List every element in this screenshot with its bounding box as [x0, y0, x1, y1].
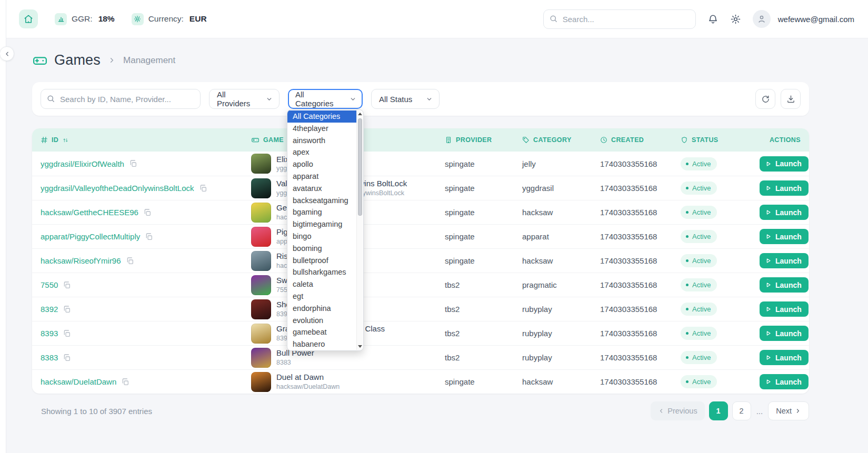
- game-id-link[interactable]: yggdrasil/ValleyoftheDeadOnlywinsBoltLoc…: [41, 184, 194, 193]
- launch-button[interactable]: Launch: [760, 326, 809, 341]
- copy-icon[interactable]: [143, 208, 152, 217]
- launch-button[interactable]: Launch: [760, 374, 809, 389]
- launch-button[interactable]: Launch: [760, 350, 809, 365]
- dropdown-scrollbar[interactable]: [356, 110, 363, 350]
- launch-button[interactable]: Launch: [760, 229, 809, 244]
- notifications-bell-icon[interactable]: [707, 14, 719, 25]
- category-option[interactable]: bullsharkgames: [287, 266, 357, 278]
- ggr-label: GGR:: [72, 14, 93, 24]
- category-option[interactable]: bigtimegaming: [287, 218, 357, 230]
- game-id-link[interactable]: hacksaw/DuelatDawn: [41, 377, 116, 386]
- pagination: Previous 12 ... Next: [651, 401, 809, 420]
- launch-button[interactable]: Launch: [760, 205, 809, 220]
- sidebar-collapse-button[interactable]: [0, 46, 14, 61]
- next-page-button[interactable]: Next: [768, 401, 809, 420]
- home-icon: [24, 14, 33, 24]
- game-id-link[interactable]: 8393: [41, 329, 58, 338]
- category-option[interactable]: evolution: [287, 315, 357, 327]
- category-option[interactable]: 4theplayer: [287, 123, 357, 135]
- category-option[interactable]: bulletproof: [287, 255, 357, 267]
- pagination-ellipsis: ...: [756, 407, 763, 416]
- copy-icon[interactable]: [199, 184, 207, 193]
- header-category-label: CATEGORY: [533, 136, 572, 144]
- category-option[interactable]: egt: [287, 290, 357, 303]
- play-icon: [765, 160, 772, 167]
- global-search-input[interactable]: [543, 9, 696, 29]
- settings-gear-icon[interactable]: [730, 14, 741, 25]
- created-cell: 1740303355168: [600, 329, 681, 338]
- copy-icon[interactable]: [63, 329, 71, 338]
- status-label: Active: [692, 378, 711, 386]
- user-email[interactable]: wefewwe@gmail.com: [778, 15, 854, 24]
- game-id-link[interactable]: yggdrasil/ElixirOfWealth: [41, 159, 124, 168]
- copy-icon[interactable]: [63, 354, 71, 362]
- category-option[interactable]: caleta: [287, 278, 357, 290]
- status-select[interactable]: All Status: [371, 89, 440, 109]
- game-id-link[interactable]: 8383: [41, 353, 58, 362]
- launch-label: Launch: [775, 184, 802, 193]
- previous-page-button[interactable]: Previous: [651, 401, 704, 420]
- chevron-right-icon: [108, 56, 116, 64]
- refresh-button[interactable]: [755, 89, 775, 109]
- status-dot-icon: [686, 163, 689, 165]
- copy-icon[interactable]: [126, 257, 134, 265]
- scrollbar-thumb[interactable]: [358, 118, 362, 216]
- home-button[interactable]: [19, 9, 38, 28]
- categories-select-value: All Categories: [295, 90, 344, 108]
- category-option[interactable]: All Categories: [287, 110, 357, 123]
- categories-select[interactable]: All Categories: [288, 89, 363, 109]
- category-option[interactable]: ainsworth: [287, 135, 357, 147]
- copy-icon[interactable]: [63, 281, 71, 289]
- breadcrumb-section: Management: [123, 55, 175, 66]
- category-option[interactable]: habanero: [287, 338, 357, 350]
- play-icon: [765, 378, 772, 385]
- category-cell: yggdrasil: [522, 184, 600, 193]
- game-id-link[interactable]: hacksaw/RiseofYmir96: [41, 256, 121, 265]
- launch-label: Launch: [775, 208, 802, 217]
- page-button-1[interactable]: 1: [709, 401, 728, 420]
- status-label: Active: [692, 305, 711, 313]
- category-option[interactable]: apparat: [287, 170, 357, 183]
- category-option[interactable]: gamebeat: [287, 326, 357, 338]
- game-thumbnail: [251, 299, 271, 319]
- header-id[interactable]: ID: [32, 136, 251, 144]
- page-button-2[interactable]: 2: [732, 401, 751, 420]
- copy-icon[interactable]: [145, 233, 153, 241]
- user-avatar[interactable]: [753, 10, 771, 28]
- status-badge: Active: [681, 278, 717, 291]
- game-id-link[interactable]: hacksaw/GettheCHEESE96: [41, 208, 138, 217]
- category-option[interactable]: backseatgaming: [287, 195, 357, 207]
- download-button[interactable]: [781, 89, 801, 109]
- game-thumbnail: [251, 178, 271, 198]
- category-option[interactable]: bgaming: [287, 206, 357, 218]
- copy-icon[interactable]: [121, 378, 129, 386]
- game-id-link[interactable]: 7550: [41, 280, 58, 289]
- table-search-input[interactable]: [41, 89, 201, 109]
- game-id-link[interactable]: apparat/PiggyCollectMultiply: [41, 232, 140, 241]
- copy-icon[interactable]: [63, 305, 71, 314]
- sort-arrows-icon[interactable]: [62, 137, 69, 144]
- category-option[interactable]: apex: [287, 146, 357, 158]
- game-id-link[interactable]: 8392: [41, 305, 58, 314]
- status-badge: Active: [681, 206, 717, 219]
- category-option[interactable]: booming: [287, 243, 357, 255]
- category-option[interactable]: avatarux: [287, 183, 357, 195]
- category-option[interactable]: endorphina: [287, 303, 357, 315]
- created-cell: 1740303355168: [600, 256, 681, 265]
- launch-button[interactable]: Launch: [760, 180, 809, 196]
- categories-select-wrap: All Categories All Categories4theplayera…: [288, 89, 363, 109]
- launch-button[interactable]: Launch: [760, 301, 809, 317]
- game-thumbnail: [251, 251, 271, 271]
- scroll-up-arrow-icon[interactable]: [357, 110, 363, 117]
- providers-select[interactable]: All Providers: [209, 89, 280, 109]
- category-option[interactable]: apollo: [287, 158, 357, 170]
- scroll-down-arrow-icon[interactable]: [357, 343, 363, 350]
- launch-button[interactable]: Launch: [760, 277, 809, 293]
- category-option[interactable]: bingo: [287, 230, 357, 243]
- launch-button[interactable]: Launch: [760, 156, 809, 172]
- table-row: yggdrasil/ElixirOfWealth Elixir of Wealt…: [32, 152, 809, 176]
- launch-button[interactable]: Launch: [760, 253, 809, 268]
- copy-icon[interactable]: [129, 159, 137, 168]
- provider-cell: spingate: [445, 232, 522, 241]
- topbar: GGR:18% Currency:EUR wefewwe@gmail.com: [6, 0, 868, 38]
